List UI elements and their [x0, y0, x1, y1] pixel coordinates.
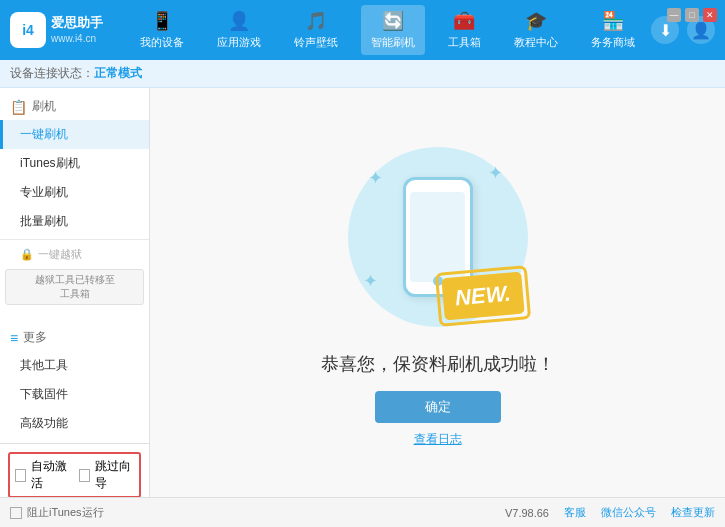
nav-apps[interactable]: 👤 应用游戏	[207, 5, 271, 55]
footer-left: 阻止iTunes运行	[10, 505, 104, 520]
itunes-flash-label: iTunes刷机	[20, 156, 80, 170]
sidebar-item-download-firmware[interactable]: 下载固件	[0, 380, 149, 409]
batch-flash-label: 批量刷机	[20, 214, 68, 228]
sparkle-icon-1: ✦	[368, 167, 383, 189]
nav-my-device-label: 我的设备	[140, 35, 184, 50]
auto-activate-checkbox[interactable]	[15, 469, 26, 482]
sidebar-item-advanced[interactable]: 高级功能	[0, 409, 149, 438]
nav-tutorials[interactable]: 🎓 教程中心	[504, 5, 568, 55]
auto-activate-label: 自动激活	[31, 458, 70, 492]
more-icon: ≡	[10, 330, 18, 346]
advanced-label: 高级功能	[20, 416, 68, 430]
nav-ringtones[interactable]: 🎵 铃声壁纸	[284, 5, 348, 55]
note-line1: 越狱工具已转移至	[14, 273, 135, 287]
more-section: ≡ 更多 其他工具 下载固件 高级功能	[0, 319, 149, 443]
flash-icon: 🔄	[382, 10, 404, 32]
version-number: V7.98.66	[505, 507, 549, 519]
nav-apps-label: 应用游戏	[217, 35, 261, 50]
nav-bar: 📱 我的设备 👤 应用游戏 🎵 铃声壁纸 🔄 智能刷机 🧰 工具箱 🎓 教程中心…	[123, 5, 651, 55]
flash-section-icon: 📋	[10, 99, 27, 115]
disabled-label: 一键越狱	[38, 247, 82, 262]
check-update-link[interactable]: 检查更新	[671, 505, 715, 520]
nav-services-label: 务务商域	[591, 35, 635, 50]
phone-screen	[410, 192, 465, 282]
sidebar-disabled-jailbreak: 🔒 一键越狱	[0, 243, 149, 266]
app-footer: 阻止iTunes运行 V7.98.66 客服 微信公众号 检查更新	[0, 497, 725, 527]
lock-icon: 🔒	[20, 248, 34, 261]
sidebar-note: 越狱工具已转移至 工具箱	[5, 269, 144, 305]
sidebar-divider-1	[0, 239, 149, 240]
nav-smart-flash[interactable]: 🔄 智能刷机	[361, 5, 425, 55]
flash-section: 📋 刷机 一键刷机 iTunes刷机 专业刷机 批量刷机 🔒 一键越狱 越狱工具…	[0, 88, 149, 313]
phone-illustration: ✦ ✦ ✦ NEW.	[338, 137, 538, 337]
logo-url: www.i4.cn	[51, 32, 103, 46]
note-line2: 工具箱	[14, 287, 135, 301]
tutorials-icon: 🎓	[525, 10, 547, 32]
connection-prefix: 设备连接状态：	[10, 65, 94, 82]
sidebar: 📋 刷机 一键刷机 iTunes刷机 专业刷机 批量刷机 🔒 一键越狱 越狱工具…	[0, 88, 150, 497]
wechat-link[interactable]: 微信公众号	[601, 505, 656, 520]
connection-mode: 正常模式	[94, 65, 142, 82]
tools-icon: 🧰	[453, 10, 475, 32]
success-message: 恭喜您，保资料刷机成功啦！	[321, 352, 555, 376]
sparkle-icon-3: ✦	[363, 270, 378, 292]
new-badge: NEW.	[441, 272, 524, 321]
minimize-button[interactable]: —	[667, 8, 681, 22]
sidebar-bottom: 自动激活 跳过向导 📱 iPhone 15 Pro Max 512GB iPho…	[0, 443, 149, 497]
footer-right: V7.98.66 客服 微信公众号 检查更新	[505, 505, 715, 520]
flash-header: 📋 刷机	[0, 93, 149, 120]
itunes-block-checkbox[interactable]	[10, 507, 22, 519]
pro-flash-label: 专业刷机	[20, 185, 68, 199]
other-tools-label: 其他工具	[20, 358, 68, 372]
guide-import-checkbox[interactable]	[79, 469, 90, 482]
app-header: i4 爱思助手 www.i4.cn 📱 我的设备 👤 应用游戏 🎵 铃声壁纸 🔄…	[0, 0, 725, 60]
nav-smart-flash-label: 智能刷机	[371, 35, 415, 50]
nav-tutorials-label: 教程中心	[514, 35, 558, 50]
sidebar-item-batch-flash[interactable]: 批量刷机	[0, 207, 149, 236]
itunes-label: 阻止iTunes运行	[27, 505, 104, 520]
maximize-button[interactable]: □	[685, 8, 699, 22]
flash-section-label: 刷机	[32, 98, 56, 115]
view-log-button[interactable]: 查看日志	[414, 431, 462, 448]
nav-my-device[interactable]: 📱 我的设备	[130, 5, 194, 55]
more-header: ≡ 更多	[0, 324, 149, 351]
main-content: ✦ ✦ ✦ NEW. 恭喜您，保资料刷机成功啦！ 确定 查看日志	[150, 88, 725, 497]
nav-tools[interactable]: 🧰 工具箱	[438, 5, 491, 55]
more-label: 更多	[23, 329, 47, 346]
sidebar-item-other-tools[interactable]: 其他工具	[0, 351, 149, 380]
services-icon: 🏪	[602, 10, 624, 32]
logo-name: 爱思助手	[51, 14, 103, 32]
device-icon: 📱	[151, 10, 173, 32]
sidebar-item-one-key-flash[interactable]: 一键刷机	[0, 120, 149, 149]
sidebar-item-itunes-flash[interactable]: iTunes刷机	[0, 149, 149, 178]
app-logo: i4 爱思助手 www.i4.cn	[10, 12, 103, 48]
auto-options-row: 自动激活 跳过向导	[8, 452, 141, 497]
close-button[interactable]: ✕	[703, 8, 717, 22]
nav-tools-label: 工具箱	[448, 35, 481, 50]
ringtones-icon: 🎵	[305, 10, 327, 32]
sparkle-icon-2: ✦	[488, 162, 503, 184]
logo-icon: i4	[10, 12, 46, 48]
apps-icon: 👤	[228, 10, 250, 32]
one-key-flash-label: 一键刷机	[20, 127, 68, 141]
customer-service-link[interactable]: 客服	[564, 505, 586, 520]
download-firmware-label: 下载固件	[20, 387, 68, 401]
confirm-button[interactable]: 确定	[375, 391, 501, 423]
sidebar-item-pro-flash[interactable]: 专业刷机	[0, 178, 149, 207]
nav-ringtones-label: 铃声壁纸	[294, 35, 338, 50]
toolbar-row: 设备连接状态： 正常模式	[0, 60, 725, 88]
guide-import-label: 跳过向导	[95, 458, 134, 492]
nav-services[interactable]: 🏪 务务商域	[581, 5, 645, 55]
